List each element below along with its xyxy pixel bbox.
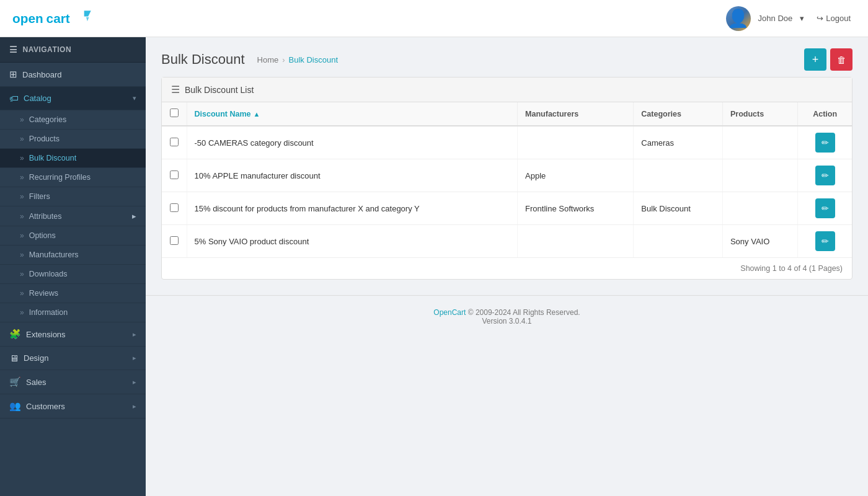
delete-button[interactable]: 🗑 [830,48,852,71]
logout-button[interactable]: ↪ Logout [812,11,856,25]
logout-icon: ↪ [817,14,823,23]
panel: ☰ Bulk Discount List Di [161,77,852,280]
list-icon: ☰ [171,84,180,95]
row-manufacturers [518,225,634,258]
page-header: Bulk Discount Home › Bulk Discount + 🗑 [146,37,868,77]
row-categories: Bulk Discount [634,192,723,225]
top-header: open cart 👤 John Doe ▾ ↪ Logout [0,0,868,37]
row-checkbox[interactable] [170,170,179,179]
th-action: Action [798,102,852,126]
content-area: ☰ Bulk Discount List Di [146,77,868,295]
row-products [722,192,797,225]
row-discount-name: 15% discount for products from manufactu… [187,192,518,225]
row-products [722,126,797,159]
panel-heading: ☰ Bulk Discount List [162,78,852,102]
footer-version: Version 3.0.4.1 [158,317,856,326]
row-checkbox[interactable] [170,138,179,146]
th-manufacturers: Manufacturers [518,102,634,126]
edit-button[interactable]: ✏ [815,198,835,218]
footer-copyright: © 2009-2024 All Rights Reserved. [468,308,580,317]
sidebar-item-customers[interactable]: 👥 Customers ▸ [0,394,146,418]
page-title-area: Bulk Discount Home › Bulk Discount [161,51,338,68]
sidebar-item-downloads[interactable]: Downloads [0,265,146,284]
user-dropdown-arrow[interactable]: ▾ [800,14,804,23]
extensions-arrow: ▸ [133,330,136,339]
table-row: 15% discount for products from manufactu… [162,192,852,225]
breadcrumb-sep: › [282,55,285,64]
sidebar-item-bulk-discount[interactable]: Bulk Discount [0,149,146,168]
row-categories [634,159,723,192]
sidebar-item-extensions[interactable]: 🧩 Extensions ▸ [0,322,146,347]
table-row: -50 CAMERAS category discount Cameras ✏ [162,126,852,159]
catalog-arrow: ▾ [133,94,136,102]
row-checkbox[interactable] [170,236,179,245]
sidebar-item-products[interactable]: Products [0,130,146,149]
row-checkbox-cell [162,192,187,225]
panel-body: Discount Name ▲ Manufacturers Categories… [162,102,852,279]
sidebar-item-filters[interactable]: Filters [0,187,146,206]
sidebar-item-information[interactable]: Information [0,303,146,322]
header-actions: + 🗑 [804,48,852,71]
sort-discount-name[interactable]: Discount Name ▲ [195,110,510,118]
footer-link[interactable]: OpenCart [433,308,466,317]
customers-arrow: ▸ [133,402,136,410]
sidebar-item-design[interactable]: 🖥 Design ▸ [0,347,146,370]
row-products: Sony VAIO [722,225,797,258]
edit-button[interactable]: ✏ [815,133,835,153]
add-button[interactable]: + [804,48,826,71]
svg-text:cart: cart [46,11,70,25]
sidebar-item-attributes[interactable]: Attributes ▸ [0,206,146,226]
row-checkbox-cell [162,159,187,192]
th-products: Products [722,102,797,126]
panel-heading-text: Bulk Discount List [185,85,254,95]
breadcrumb-current: Bulk Discount [289,55,338,64]
row-discount-name: 10% APPLE manufacturer discount [187,159,518,192]
sales-arrow: ▸ [133,378,136,386]
design-arrow: ▸ [133,354,136,362]
sidebar-item-reviews[interactable]: Reviews [0,284,146,303]
row-manufacturers: Apple [518,159,634,192]
th-categories: Categories [634,102,723,126]
row-action-cell: ✏ [798,192,852,225]
pagination-info: Showing 1 to 4 of 4 (1 Pages) [162,257,852,279]
sidebar: ☰ NAVIGATION ⊞ Dashboard 🏷 Catalog ▾ Cat… [0,37,146,496]
row-action-cell: ✏ [798,225,852,258]
row-checkbox-cell [162,225,187,258]
avatar: 👤 [726,6,751,31]
nav-header: ☰ NAVIGATION [0,37,146,63]
sidebar-item-categories[interactable]: Categories [0,110,146,130]
row-categories: Cameras [634,126,723,159]
sidebar-item-dashboard[interactable]: ⊞ Dashboard [0,63,146,87]
row-checkbox[interactable] [170,203,179,212]
row-manufacturers [518,126,634,159]
row-categories [634,225,723,258]
row-action-cell: ✏ [798,126,852,159]
sales-icon: 🛒 [9,376,21,388]
breadcrumb-home[interactable]: Home [257,55,279,64]
sort-arrow-up: ▲ [254,110,260,118]
th-select [162,102,187,126]
edit-button[interactable]: ✏ [815,166,835,185]
header-right: 👤 John Doe ▾ ↪ Logout [726,6,856,31]
sidebar-item-sales[interactable]: 🛒 Sales ▸ [0,370,146,394]
table-header-row: Discount Name ▲ Manufacturers Categories… [162,102,852,126]
breadcrumb: Home › Bulk Discount [257,55,339,64]
attributes-arrow: ▸ [132,211,136,221]
row-manufacturers: Frontline Softworks [518,192,634,225]
edit-button[interactable]: ✏ [815,231,835,251]
select-all-checkbox[interactable] [170,108,179,117]
discount-table: Discount Name ▲ Manufacturers Categories… [162,102,852,257]
user-name: John Doe [758,14,793,23]
nav-header-icon: ☰ [9,45,18,55]
sidebar-item-catalog[interactable]: 🏷 Catalog ▾ [0,87,146,110]
catalog-icon: 🏷 [9,93,19,104]
layout: ☰ NAVIGATION ⊞ Dashboard 🏷 Catalog ▾ Cat… [0,37,868,496]
footer: OpenCart © 2009-2024 All Rights Reserved… [146,295,868,338]
table-row: 5% Sony VAIO product discount Sony VAIO … [162,225,852,258]
customers-icon: 👥 [9,401,21,412]
sidebar-item-manufacturers[interactable]: Manufacturers [0,246,146,265]
row-products [722,159,797,192]
sidebar-item-recurring-profiles[interactable]: Recurring Profiles [0,168,146,187]
main-content: Bulk Discount Home › Bulk Discount + 🗑 ☰… [146,37,868,496]
sidebar-item-options[interactable]: Options [0,226,146,246]
